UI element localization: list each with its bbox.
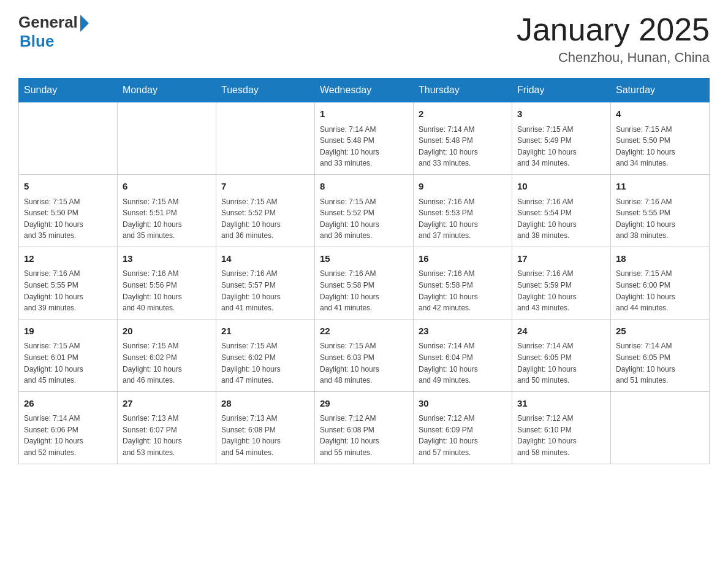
week-row-3: 12Sunrise: 7:16 AM Sunset: 5:55 PM Dayli… [19,247,710,319]
day-info: Sunrise: 7:13 AM Sunset: 6:07 PM Dayligh… [123,413,211,458]
day-cell: 21Sunrise: 7:15 AM Sunset: 6:02 PM Dayli… [216,319,315,391]
calendar-table: SundayMondayTuesdayWednesdayThursdayFrid… [18,78,710,464]
day-info: Sunrise: 7:14 AM Sunset: 6:05 PM Dayligh… [517,340,605,386]
day-cell: 20Sunrise: 7:15 AM Sunset: 6:02 PM Dayli… [118,319,216,391]
header-cell-monday: Monday [118,79,216,102]
day-number: 30 [419,397,507,411]
day-number: 15 [320,252,408,266]
day-cell [611,391,710,464]
day-number: 21 [221,324,309,339]
day-info: Sunrise: 7:15 AM Sunset: 6:02 PM Dayligh… [123,340,211,386]
day-info: Sunrise: 7:16 AM Sunset: 5:54 PM Dayligh… [517,196,605,242]
day-info: Sunrise: 7:16 AM Sunset: 5:59 PM Dayligh… [517,268,605,313]
day-cell: 23Sunrise: 7:14 AM Sunset: 6:04 PM Dayli… [414,319,512,391]
day-number: 26 [24,397,112,411]
logo-blue-text: Blue [20,32,54,51]
day-number: 13 [123,252,211,266]
day-cell: 11Sunrise: 7:16 AM Sunset: 5:55 PM Dayli… [611,175,710,247]
day-info: Sunrise: 7:14 AM Sunset: 6:05 PM Dayligh… [616,340,704,386]
day-cell: 29Sunrise: 7:12 AM Sunset: 6:08 PM Dayli… [315,391,414,464]
day-cell: 15Sunrise: 7:16 AM Sunset: 5:58 PM Dayli… [315,247,414,319]
day-number: 19 [24,324,112,339]
day-cell: 27Sunrise: 7:13 AM Sunset: 6:07 PM Dayli… [118,391,216,464]
day-number: 11 [616,180,704,194]
day-number: 18 [616,252,704,266]
day-cell: 14Sunrise: 7:16 AM Sunset: 5:57 PM Dayli… [216,247,315,319]
day-cell: 13Sunrise: 7:16 AM Sunset: 5:56 PM Dayli… [118,247,216,319]
day-number: 5 [24,180,112,194]
day-info: Sunrise: 7:12 AM Sunset: 6:09 PM Dayligh… [419,413,507,458]
day-number: 1 [320,107,408,121]
day-info: Sunrise: 7:16 AM Sunset: 5:58 PM Dayligh… [320,268,408,313]
day-number: 4 [616,107,704,121]
day-cell: 30Sunrise: 7:12 AM Sunset: 6:09 PM Dayli… [414,391,512,464]
day-cell: 5Sunrise: 7:15 AM Sunset: 5:50 PM Daylig… [19,175,118,247]
day-number: 8 [320,180,408,194]
day-info: Sunrise: 7:14 AM Sunset: 6:04 PM Dayligh… [419,340,507,386]
day-info: Sunrise: 7:16 AM Sunset: 5:55 PM Dayligh… [24,268,112,313]
header-row: SundayMondayTuesdayWednesdayThursdayFrid… [19,79,710,102]
page-header: General Blue January 2025 Chenzhou, Huna… [18,12,710,66]
day-cell: 31Sunrise: 7:12 AM Sunset: 6:10 PM Dayli… [512,391,611,464]
day-info: Sunrise: 7:13 AM Sunset: 6:08 PM Dayligh… [221,413,309,458]
day-cell: 2Sunrise: 7:14 AM Sunset: 5:48 PM Daylig… [414,102,512,175]
day-cell: 8Sunrise: 7:15 AM Sunset: 5:52 PM Daylig… [315,175,414,247]
day-info: Sunrise: 7:12 AM Sunset: 6:08 PM Dayligh… [320,413,408,458]
day-number: 17 [517,252,605,266]
day-number: 2 [419,107,507,121]
logo-arrow-icon [80,15,89,32]
day-cell: 18Sunrise: 7:15 AM Sunset: 6:00 PM Dayli… [611,247,710,319]
day-info: Sunrise: 7:14 AM Sunset: 5:48 PM Dayligh… [320,124,408,169]
day-cell: 3Sunrise: 7:15 AM Sunset: 5:49 PM Daylig… [512,102,611,175]
week-row-5: 26Sunrise: 7:14 AM Sunset: 6:06 PM Dayli… [19,391,710,464]
day-cell [19,102,118,175]
day-info: Sunrise: 7:15 AM Sunset: 6:02 PM Dayligh… [221,340,309,386]
day-cell: 10Sunrise: 7:16 AM Sunset: 5:54 PM Dayli… [512,175,611,247]
title-block: January 2025 Chenzhou, Hunan, China [517,12,710,66]
day-cell: 24Sunrise: 7:14 AM Sunset: 6:05 PM Dayli… [512,319,611,391]
logo: General Blue [18,12,89,51]
header-cell-saturday: Saturday [611,79,710,102]
day-info: Sunrise: 7:14 AM Sunset: 5:48 PM Dayligh… [419,124,507,169]
day-cell: 6Sunrise: 7:15 AM Sunset: 5:51 PM Daylig… [118,175,216,247]
day-cell: 1Sunrise: 7:14 AM Sunset: 5:48 PM Daylig… [315,102,414,175]
header-cell-thursday: Thursday [414,79,512,102]
header-cell-sunday: Sunday [19,79,118,102]
day-number: 16 [419,252,507,266]
day-number: 9 [419,180,507,194]
day-cell: 12Sunrise: 7:16 AM Sunset: 5:55 PM Dayli… [19,247,118,319]
day-number: 10 [517,180,605,194]
day-cell: 17Sunrise: 7:16 AM Sunset: 5:59 PM Dayli… [512,247,611,319]
header-cell-wednesday: Wednesday [315,79,414,102]
month-title: January 2025 [517,12,710,47]
day-cell: 4Sunrise: 7:15 AM Sunset: 5:50 PM Daylig… [611,102,710,175]
day-number: 23 [419,324,507,339]
day-info: Sunrise: 7:16 AM Sunset: 5:56 PM Dayligh… [123,268,211,313]
day-number: 6 [123,180,211,194]
day-cell: 22Sunrise: 7:15 AM Sunset: 6:03 PM Dayli… [315,319,414,391]
day-number: 14 [221,252,309,266]
day-number: 24 [517,324,605,339]
day-cell: 9Sunrise: 7:16 AM Sunset: 5:53 PM Daylig… [414,175,512,247]
day-cell: 28Sunrise: 7:13 AM Sunset: 6:08 PM Dayli… [216,391,315,464]
day-info: Sunrise: 7:15 AM Sunset: 5:49 PM Dayligh… [517,124,605,169]
day-number: 29 [320,397,408,411]
day-info: Sunrise: 7:15 AM Sunset: 6:01 PM Dayligh… [24,340,112,386]
day-info: Sunrise: 7:15 AM Sunset: 5:52 PM Dayligh… [221,196,309,242]
day-info: Sunrise: 7:16 AM Sunset: 5:58 PM Dayligh… [419,268,507,313]
header-cell-tuesday: Tuesday [216,79,315,102]
header-cell-friday: Friday [512,79,611,102]
day-info: Sunrise: 7:15 AM Sunset: 5:50 PM Dayligh… [24,196,112,242]
location-text: Chenzhou, Hunan, China [517,50,710,66]
day-info: Sunrise: 7:15 AM Sunset: 5:50 PM Dayligh… [616,124,704,169]
day-cell: 19Sunrise: 7:15 AM Sunset: 6:01 PM Dayli… [19,319,118,391]
day-number: 22 [320,324,408,339]
day-number: 12 [24,252,112,266]
day-number: 20 [123,324,211,339]
week-row-1: 1Sunrise: 7:14 AM Sunset: 5:48 PM Daylig… [19,102,710,175]
day-cell: 16Sunrise: 7:16 AM Sunset: 5:58 PM Dayli… [414,247,512,319]
day-number: 25 [616,324,704,339]
day-cell: 25Sunrise: 7:14 AM Sunset: 6:05 PM Dayli… [611,319,710,391]
day-info: Sunrise: 7:15 AM Sunset: 6:00 PM Dayligh… [616,268,704,313]
day-info: Sunrise: 7:15 AM Sunset: 5:52 PM Dayligh… [320,196,408,242]
